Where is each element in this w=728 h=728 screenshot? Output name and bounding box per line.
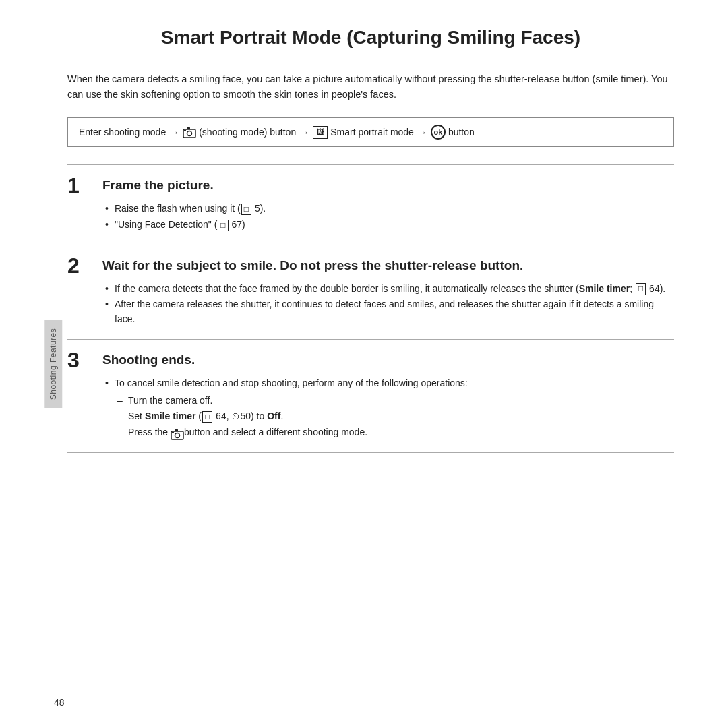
- divider-3: [67, 339, 674, 340]
- divider-1: [67, 164, 674, 165]
- step-3-content: To cancel smile detection and stop shoot…: [102, 376, 674, 440]
- step-3-dash-2: Set Smile timer (□ 64, ⏲50) to Off.: [115, 409, 674, 424]
- ref-icon-2: □: [218, 220, 228, 232]
- step-3-bullet-1: To cancel smile detection and stop shoot…: [102, 376, 674, 440]
- instruction-box: Enter shooting mode → (shooting mode) bu…: [67, 117, 674, 147]
- step-1-bullets: Raise the flash when using it (□ 5). "Us…: [102, 202, 674, 232]
- svg-rect-6: [175, 429, 178, 431]
- ref-icon-1: □: [241, 204, 251, 216]
- instruction-shooting-mode: (shooting mode) button: [199, 125, 296, 140]
- step-1-heading: Frame the picture.: [102, 177, 214, 194]
- ref-icon-4: □: [202, 411, 212, 423]
- intro-text: When the camera detects a smiling face, …: [67, 71, 674, 102]
- instruction-smart-portrait: Smart portrait mode: [330, 125, 414, 140]
- step-2-row: 2 Wait for the subject to smile. Do not …: [67, 257, 674, 276]
- step-1-content: Raise the flash when using it (□ 5). "Us…: [102, 202, 674, 232]
- instruction-enter: Enter shooting mode: [79, 125, 166, 140]
- instruction-button: button: [448, 125, 475, 140]
- divider-2: [67, 245, 674, 245]
- step-2-number: 2: [67, 255, 97, 276]
- smart-portrait-icon: 🖼: [313, 126, 328, 138]
- step-3-number: 3: [67, 349, 97, 371]
- svg-rect-7: [172, 432, 174, 433]
- sidebar-label: Shooting Features: [44, 320, 62, 408]
- step-2-bullet-2: After the camera releases the shutter, i…: [102, 297, 674, 326]
- timer-icon: ⏲: [231, 410, 240, 423]
- svg-point-1: [187, 131, 192, 136]
- arrow-3: →: [418, 126, 427, 140]
- step-1-bullet-1: Raise the flash when using it (□ 5).: [102, 202, 674, 216]
- page-number: 48: [54, 697, 65, 708]
- arrow-2: →: [300, 126, 309, 140]
- camera-icon-2: [171, 428, 181, 437]
- step-2-bullets: If the camera detects that the face fram…: [102, 282, 674, 327]
- step-2-content: If the camera detects that the face fram…: [102, 282, 674, 327]
- ref-icon-3: □: [636, 283, 646, 295]
- step-1-row: 1 Frame the picture.: [67, 177, 674, 196]
- step-1-number: 1: [67, 175, 97, 196]
- page-title: Smart Portrait Mode (Capturing Smiling F…: [67, 27, 674, 55]
- step-3-heading: Shooting ends.: [102, 352, 195, 369]
- camera-icon: [183, 126, 196, 138]
- divider-4: [67, 452, 674, 453]
- svg-rect-3: [184, 130, 186, 131]
- step-2-heading: Wait for the subject to smile. Do not pr…: [102, 257, 523, 274]
- ok-icon: ok: [431, 125, 446, 140]
- step-3-bullets: To cancel smile detection and stop shoot…: [102, 376, 674, 440]
- svg-point-5: [175, 433, 180, 438]
- step-3-dash-3: Press the button and select a different …: [115, 425, 674, 440]
- step-3-dash-1: Turn the camera off.: [115, 394, 674, 408]
- step-3-dash-list: Turn the camera off. Set Smile timer (□ …: [115, 394, 674, 440]
- step-1-bullet-2: "Using Face Detection" (□ 67): [102, 218, 674, 233]
- step-2-bullet-1: If the camera detects that the face fram…: [102, 282, 674, 297]
- page-container: Shooting Features Smart Portrait Mode (C…: [0, 0, 728, 728]
- arrow-1: →: [170, 126, 179, 140]
- step-3-row: 3 Shooting ends.: [67, 352, 674, 371]
- svg-rect-2: [187, 127, 190, 129]
